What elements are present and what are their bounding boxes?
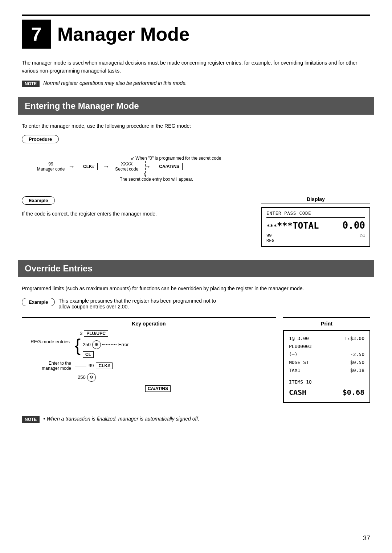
- example-pill: Example: [22, 196, 55, 205]
- override-example-pill: Example: [22, 298, 55, 306]
- chapter-header: 7 Manager Mode: [22, 15, 370, 49]
- receipt-row-4: MDSE ST $0.50: [289, 359, 364, 366]
- arrow1: →: [68, 163, 75, 171]
- display-value: 0.00: [342, 220, 365, 231]
- manager-code-label: 99 Manager code: [36, 161, 65, 172]
- override-example-text: This example presumes that the register …: [58, 298, 216, 310]
- example-right: Display ENTER PASS CODE ******TOTAL 0.00…: [261, 196, 370, 247]
- section1-description: To enter the manager mode, use the follo…: [22, 122, 370, 130]
- receipt-row-6: ITEMS 1Q: [289, 378, 364, 386]
- plu-upc-key: PLU/UPC: [84, 330, 108, 337]
- key-op-diagram: 3 PLU/UPC REG-mode entries { 250 ⊙ Error: [22, 330, 276, 392]
- reg-mode-label: REG-mode entries: [29, 338, 73, 344]
- intro-text: The manager mode is used when managerial…: [22, 59, 370, 75]
- procedure-pill: Procedure: [22, 135, 59, 143]
- display-line3-left: 99 REG: [266, 233, 274, 243]
- display-label: Display: [261, 196, 370, 204]
- ca-at-ns-key: CA/AT/NS: [156, 163, 183, 170]
- secret-note-text: The secret code entry box will appear.: [120, 177, 370, 182]
- manager-flow: ↙ When "0" is programmed for the secret …: [22, 152, 370, 185]
- key-op-col: Key operation 3 PLU/UPC REG-mode entries…: [22, 317, 276, 392]
- example-section: Example If the code is correct, the regi…: [22, 196, 370, 247]
- key-row-250-2: 250 ⊙: [78, 373, 276, 382]
- key-row-2: 250 ⊙ Error: [83, 340, 129, 349]
- minus-key-1: ⊙: [92, 340, 101, 349]
- display-line2: ******TOTAL 0.00: [266, 220, 365, 231]
- xxxx-label: XXXX Secret code: [112, 161, 141, 172]
- clk-key-2: CLK#: [96, 362, 112, 369]
- secret-note: ↑: [143, 172, 370, 177]
- reg-mode-brace: REG-mode entries { 250 ⊙ Error CL: [29, 338, 276, 358]
- print-header: Print: [283, 321, 370, 327]
- num-3: 3: [80, 331, 82, 336]
- receipt-row-total: CASH $0.68: [289, 386, 364, 398]
- ca-at-ns-key-2: CA/AT/NS: [145, 385, 171, 392]
- arrow-mgr: ——: [75, 362, 86, 369]
- display-screen: ENTER PASS CODE ******TOTAL 0.00 99 REG …: [261, 207, 370, 247]
- override-example-row: Key operation 3 PLU/UPC REG-mode entries…: [22, 317, 370, 403]
- example-left: Example If the code is correct, the regi…: [22, 196, 247, 218]
- print-col: Print 1@ 3.00 T₁$3.00 PLU00003 (—) -2.50…: [283, 317, 370, 403]
- receipt-row-5: TAX1 $0.18: [289, 366, 364, 374]
- receipt-spacer: [289, 374, 364, 378]
- note-label: NOTE: [22, 81, 40, 87]
- enter-manager-row: Enter to the manager mode —— 99 CLK#: [29, 361, 276, 371]
- flow-main-row: 99 Manager code → CLK# → XXXX Secret cod…: [36, 161, 370, 172]
- display-line3-right: ○1: [360, 233, 365, 243]
- footer-note-label: NOTE: [22, 416, 40, 423]
- when-note: ↙ When "0" is programmed for the secret …: [131, 156, 370, 161]
- chapter-title: Manager Mode: [57, 23, 189, 45]
- error-text: Error: [118, 342, 129, 347]
- num-250a: 250: [83, 342, 91, 347]
- brace-char: {: [75, 338, 81, 353]
- receipt-box: 1@ 3.00 T₁$3.00 PLU00003 (—) -2.50 MDSE …: [283, 330, 370, 403]
- example-display-row: Example If the code is correct, the regi…: [22, 196, 370, 247]
- intro-note: NOTE Normal register operations may also…: [22, 80, 370, 87]
- brace-content: 250 ⊙ Error CL: [83, 338, 129, 358]
- footer-note-text: • When a transaction is finalized, manag…: [43, 416, 199, 422]
- footer-note: NOTE • When a transaction is finalized, …: [22, 416, 370, 423]
- dotted-line: [102, 344, 117, 345]
- key-row-1: 3 PLU/UPC: [80, 330, 276, 337]
- minus-key-2: ⊙: [87, 373, 96, 382]
- page-number: 37: [363, 534, 370, 542]
- receipt-row-3: (—) -2.50: [289, 351, 364, 359]
- display-prefix: ******TOTAL: [266, 220, 319, 231]
- num-99: 99: [89, 363, 94, 368]
- chapter-number: 7: [22, 20, 51, 49]
- display-line3: 99 REG ○1: [266, 233, 365, 243]
- example-text: If the code is correct, the register ent…: [22, 210, 247, 218]
- note-text: Normal register operations may also be p…: [43, 80, 187, 86]
- cl-key: CL: [83, 351, 94, 358]
- arrow2: →: [103, 163, 109, 171]
- receipt-row-1: 1@ 3.00 T₁$3.00: [289, 335, 364, 343]
- key-row-3: CL: [83, 351, 129, 358]
- num-250b: 250: [78, 374, 86, 380]
- enter-manager-label: Enter to the manager mode: [29, 361, 73, 371]
- section2-description: Programmed limits (such as maximum amoun…: [22, 284, 370, 292]
- display-line1: ENTER PASS CODE: [266, 211, 365, 218]
- procedure-diagram: ↙ When "0" is programmed for the secret …: [22, 152, 370, 185]
- section1-heading: Entering the Manager Mode: [18, 97, 374, 115]
- section2-heading: Override Entries: [18, 260, 374, 277]
- clk-key: CLK#: [80, 163, 98, 170]
- receipt-row-2: PLU00003: [289, 343, 364, 351]
- override-example-intro: Example This example presumes that the r…: [22, 298, 370, 311]
- dashed-line: [145, 161, 146, 177]
- key-op-header: Key operation: [22, 321, 276, 327]
- ca-at-ns-row: CA/AT/NS: [40, 385, 276, 392]
